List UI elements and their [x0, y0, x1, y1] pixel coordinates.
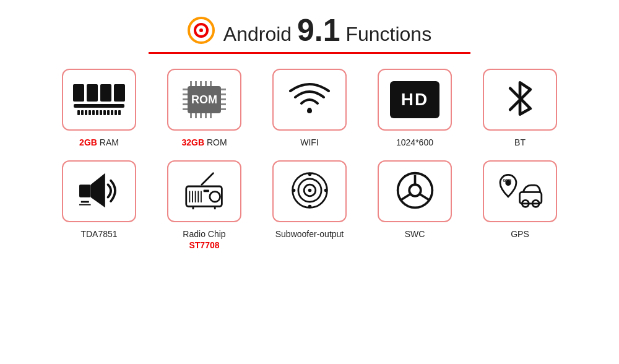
svg-marker-5	[90, 173, 105, 207]
header-title: Android 9.1 Functions	[223, 12, 431, 48]
ram-base	[74, 104, 124, 108]
gps-icon: GPS	[495, 170, 545, 213]
hd-icon: HD	[390, 81, 439, 118]
sub-label: Subwoofer-output	[275, 228, 344, 240]
ram-icon	[73, 84, 125, 115]
swc-label: SWC	[405, 228, 425, 240]
android-logo-icon	[188, 17, 215, 44]
subwoofer-icon	[290, 170, 330, 213]
hd-icon-box: HD	[378, 69, 452, 131]
svg-point-24	[308, 204, 311, 208]
svg-point-3	[307, 108, 312, 113]
ram-bar-1	[73, 84, 84, 102]
steering-wheel-icon	[395, 170, 435, 213]
tda-label: TDA7851	[80, 228, 117, 240]
bt-label: BT	[514, 137, 526, 148]
features-grid: 2GB RAM ROM	[50, 69, 569, 251]
wifi-icon-box	[272, 69, 347, 131]
feature-gps: GPS GPS	[470, 160, 569, 251]
svg-rect-9	[186, 186, 222, 207]
svg-point-15	[209, 191, 220, 202]
swc-icon-box	[378, 160, 452, 222]
header-underline	[149, 52, 470, 54]
radio-icon-box	[167, 160, 241, 222]
feature-sub: Subwoofer-output	[260, 160, 359, 251]
rom-icon-box: ROM	[167, 69, 241, 131]
ram-bar-3	[100, 84, 111, 102]
bt-icon-box	[483, 69, 557, 131]
svg-point-2	[199, 28, 203, 32]
radio-icon	[181, 170, 228, 213]
svg-line-8	[201, 173, 213, 184]
rom-icon: ROM	[183, 81, 226, 118]
hd-label: 1024*600	[396, 137, 433, 148]
wifi-label: WIFI	[300, 137, 319, 148]
gps-icon-box: GPS	[483, 160, 557, 222]
page-header: Android 9.1 Functions	[188, 12, 431, 48]
svg-rect-16	[203, 189, 209, 192]
wifi-icon	[288, 80, 331, 119]
svg-text:GPS: GPS	[503, 178, 512, 182]
feature-swc: SWC	[365, 160, 464, 251]
svg-point-22	[308, 188, 311, 192]
feature-bt: BT	[470, 69, 569, 148]
svg-point-28	[409, 184, 421, 196]
ram-icon-box	[62, 69, 136, 131]
bluetooth-icon	[503, 77, 537, 123]
ram-pins	[77, 110, 121, 115]
feature-rom: ROM	[155, 69, 254, 148]
svg-rect-4	[79, 184, 91, 197]
radiochip-label: Radio Chip ST7708	[183, 228, 225, 251]
svg-line-31	[420, 194, 429, 200]
feature-hd: HD 1024*600	[365, 69, 464, 148]
ram-bar-2	[87, 84, 98, 102]
feature-wifi: WIFI	[260, 69, 359, 148]
feature-radiochip: Radio Chip ST7708	[155, 160, 254, 251]
subwoofer-icon-box	[272, 160, 347, 222]
svg-point-26	[324, 188, 327, 192]
speaker-icon	[76, 170, 123, 213]
svg-point-23	[308, 172, 311, 176]
rom-label: 32GB ROM	[181, 137, 227, 148]
gps-label: GPS	[511, 228, 529, 240]
svg-line-30	[400, 194, 410, 200]
svg-point-25	[292, 188, 295, 192]
ram-label: 2GB RAM	[79, 137, 119, 148]
ram-bar-4	[114, 84, 125, 102]
feature-ram: 2GB RAM	[50, 69, 149, 148]
speaker-icon-box	[62, 160, 136, 222]
feature-tda: TDA7851	[50, 160, 149, 251]
